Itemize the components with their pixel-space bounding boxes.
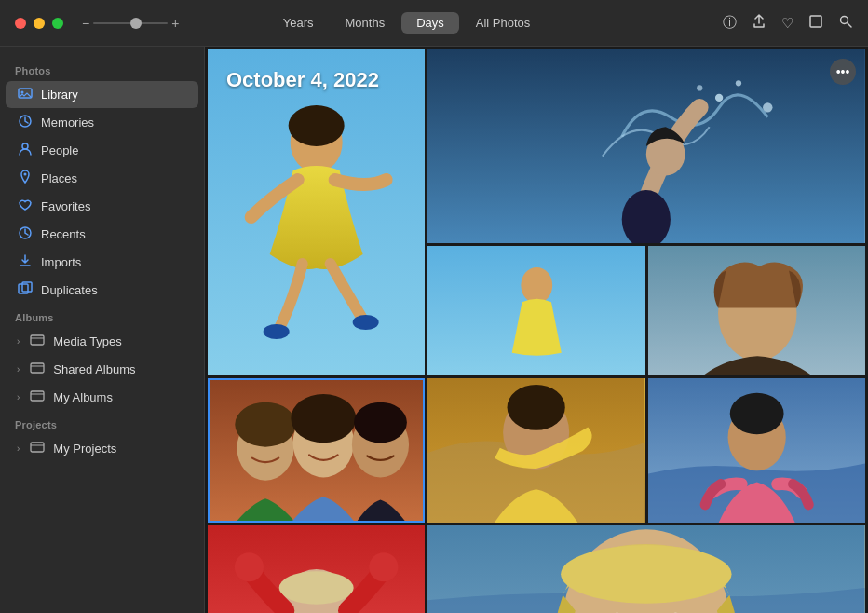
photo-pink bbox=[648, 378, 865, 523]
sidebar-label-my-albums: My Albums bbox=[53, 390, 113, 404]
sidebar-item-recents[interactable]: Recents bbox=[6, 221, 198, 248]
sidebar-label-media-types: Media Types bbox=[53, 334, 121, 348]
main-layout: Photos Library Memories bbox=[0, 47, 868, 613]
svg-point-1 bbox=[841, 17, 848, 24]
tab-days[interactable]: Days bbox=[401, 12, 459, 34]
more-button[interactable]: ••• bbox=[830, 59, 856, 85]
photo-cell-three-friends[interactable] bbox=[208, 378, 425, 523]
photo-cell-main[interactable]: October 4, 2022 bbox=[208, 49, 425, 375]
svg-point-21 bbox=[715, 94, 723, 102]
media-types-icon bbox=[29, 333, 46, 350]
sidebar-item-imports[interactable]: Imports bbox=[6, 249, 198, 276]
photo-cell-top-right: ••• bbox=[427, 49, 865, 375]
people-icon bbox=[17, 142, 34, 159]
svg-point-23 bbox=[697, 85, 702, 90]
svg-point-49 bbox=[369, 552, 398, 581]
sidebar-label-shared-albums: Shared Albums bbox=[53, 362, 135, 376]
sidebar-item-my-projects[interactable]: › My Projects bbox=[6, 435, 198, 462]
sidebar-label-my-projects: My Projects bbox=[53, 442, 116, 456]
expand-icon-shared: › bbox=[17, 364, 20, 375]
titlebar: − + Years Months Days All Photos ⓘ ♡ bbox=[0, 0, 868, 47]
duplicates-icon bbox=[17, 281, 34, 299]
photo-cell-water[interactable]: ••• bbox=[427, 49, 865, 243]
sidebar-item-media-types[interactable]: › Media Types bbox=[6, 328, 198, 355]
svg-rect-11 bbox=[31, 335, 44, 345]
svg-rect-0 bbox=[810, 16, 821, 27]
sidebar-label-places: Places bbox=[41, 171, 77, 185]
zoom-slider: − + bbox=[82, 16, 179, 31]
info-icon[interactable]: ⓘ bbox=[723, 14, 737, 32]
my-projects-icon bbox=[29, 440, 46, 457]
sidebar-label-favorites: Favorites bbox=[41, 199, 90, 213]
svg-rect-14 bbox=[31, 443, 44, 452]
date-header: October 4, 2022 bbox=[226, 68, 379, 92]
photo-girl-yellow bbox=[208, 49, 425, 375]
my-albums-icon bbox=[29, 388, 46, 406]
photo-cell-curly[interactable] bbox=[648, 246, 865, 375]
photo-red bbox=[208, 525, 425, 613]
photo-cell-pink-jacket[interactable] bbox=[648, 378, 865, 523]
sidebar-section-projects: Projects bbox=[0, 412, 204, 434]
sidebar-label-recents: Recents bbox=[41, 227, 86, 241]
photo-cell-blonde[interactable] bbox=[427, 525, 865, 613]
sidebar-item-people[interactable]: People bbox=[6, 137, 198, 164]
svg-point-24 bbox=[763, 102, 772, 112]
tab-years[interactable]: Years bbox=[268, 12, 329, 34]
sidebar-item-library[interactable]: Library bbox=[6, 81, 198, 108]
expand-icon-myalbums: › bbox=[17, 392, 20, 402]
photo-water-splash bbox=[427, 49, 865, 243]
close-button[interactable] bbox=[15, 18, 26, 29]
search-icon[interactable] bbox=[838, 14, 853, 32]
sidebar-item-places[interactable]: Places bbox=[6, 165, 198, 192]
tab-months[interactable]: Months bbox=[331, 12, 400, 34]
svg-point-18 bbox=[264, 324, 290, 339]
svg-point-47 bbox=[279, 571, 354, 605]
svg-rect-12 bbox=[31, 363, 44, 373]
sidebar-item-favorites[interactable]: Favorites bbox=[6, 193, 198, 220]
photo-cell-red-gloves[interactable] bbox=[208, 525, 425, 613]
sidebar-item-memories[interactable]: Memories bbox=[6, 109, 198, 136]
svg-point-44 bbox=[729, 393, 783, 434]
svg-point-17 bbox=[289, 105, 345, 146]
photo-girl-small bbox=[427, 246, 644, 375]
svg-point-4 bbox=[21, 91, 24, 94]
sidebar-item-my-albums[interactable]: › My Albums bbox=[6, 384, 198, 411]
svg-point-6 bbox=[22, 143, 28, 149]
sidebar-item-duplicates[interactable]: Duplicates bbox=[6, 277, 198, 304]
zoom-thumb[interactable] bbox=[130, 18, 142, 29]
maximize-button[interactable] bbox=[52, 18, 63, 29]
sidebar-section-albums: Albums bbox=[0, 305, 204, 327]
svg-point-48 bbox=[235, 552, 264, 581]
sidebar: Photos Library Memories bbox=[0, 47, 205, 613]
svg-point-41 bbox=[508, 385, 565, 430]
expand-icon: › bbox=[17, 336, 20, 347]
library-icon bbox=[17, 86, 34, 103]
svg-point-7 bbox=[24, 173, 27, 176]
photo-curly bbox=[648, 246, 865, 375]
zoom-in-button[interactable]: + bbox=[171, 16, 179, 31]
svg-point-34 bbox=[235, 402, 296, 447]
titlebar-icons: ⓘ ♡ bbox=[723, 14, 853, 32]
sidebar-label-duplicates: Duplicates bbox=[41, 283, 98, 297]
window-controls bbox=[15, 18, 63, 29]
content-area: October 4, 2022 bbox=[205, 47, 868, 613]
expand-icon-projects: › bbox=[17, 443, 20, 454]
heart-icon[interactable]: ♡ bbox=[781, 15, 793, 32]
tab-all-photos[interactable]: All Photos bbox=[461, 12, 546, 34]
sidebar-item-shared-albums[interactable]: › Shared Albums bbox=[6, 356, 198, 383]
photo-cell-girl-small[interactable] bbox=[427, 246, 644, 375]
zoom-out-button[interactable]: − bbox=[82, 16, 89, 31]
sidebar-section-photos: Photos bbox=[0, 58, 204, 80]
memories-icon bbox=[17, 114, 34, 131]
crop-icon[interactable] bbox=[808, 14, 823, 32]
share-icon[interactable] bbox=[752, 14, 766, 32]
photo-cell-yellow-scarf[interactable] bbox=[427, 378, 644, 523]
svg-point-19 bbox=[353, 315, 379, 330]
photo-grid: October 4, 2022 bbox=[205, 47, 868, 613]
sidebar-label-library: Library bbox=[41, 88, 78, 102]
zoom-track[interactable] bbox=[93, 22, 168, 24]
sidebar-label-memories: Memories bbox=[41, 116, 94, 129]
svg-point-28 bbox=[522, 267, 553, 304]
minimize-button[interactable] bbox=[34, 18, 45, 29]
photo-blonde bbox=[427, 525, 865, 613]
